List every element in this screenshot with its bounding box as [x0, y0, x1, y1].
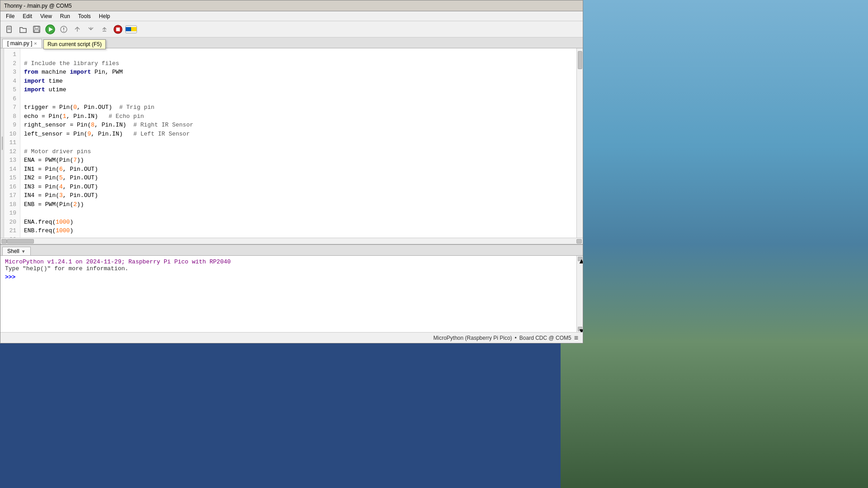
editor-tab[interactable]: [ main.py ] × — [2, 39, 42, 48]
shell-vscrollbar[interactable]: ▲ ▼ — [576, 256, 583, 332]
step-over-button[interactable] — [71, 23, 84, 36]
tab-label: [ main.py ] — [7, 40, 32, 47]
board-label: Board CDC @ COM5 — [519, 335, 571, 341]
window-title: Thonny - /main.py @ COM5 — [4, 3, 72, 9]
status-separator: • — [515, 335, 517, 341]
new-button[interactable] — [3, 23, 16, 36]
step-into-button[interactable] — [85, 23, 97, 36]
resize-handle[interactable] — [0, 48, 4, 238]
shell-scroll-up[interactable]: ▲ — [578, 257, 582, 261]
editor-hscrollbar[interactable] — [0, 238, 583, 244]
line-numbers: 12345 678910 1112131415 1617181920 21222… — [4, 48, 20, 238]
shell-area: Shell ▼ MicroPython v1.24.1 on 2024-11-2… — [0, 244, 583, 332]
shell-prompt-line[interactable]: >>> — [5, 274, 572, 281]
vscrollbar-thumb[interactable] — [578, 51, 582, 69]
editor-vscrollbar[interactable] — [576, 48, 583, 238]
run-tooltip: Run current script (F5) — [43, 39, 106, 49]
svg-rect-5 — [34, 30, 39, 32]
menu-help[interactable]: Help — [95, 12, 114, 20]
menu-tools[interactable]: Tools — [75, 12, 94, 20]
open-button[interactable] — [17, 23, 29, 36]
shell-tab-label: Shell — [7, 248, 19, 254]
menu-view[interactable]: View — [37, 12, 56, 20]
menu-edit[interactable]: Edit — [19, 12, 36, 20]
interpreter-label: MicroPython (Raspberry Pi Pico) — [434, 335, 512, 341]
editor-content: 12345 678910 1112131415 1617181920 21222… — [0, 48, 583, 244]
status-bar: MicroPython (Raspberry Pi Pico) • Board … — [0, 332, 583, 343]
settings-icon[interactable]: ≡ — [574, 334, 578, 342]
hscrollbar-left[interactable] — [1, 239, 7, 244]
debug-button[interactable] — [57, 23, 70, 36]
ide-window: Thonny - /main.py @ COM5 File Edit View … — [0, 0, 583, 343]
title-bar: Thonny - /main.py @ COM5 — [0, 0, 583, 11]
menu-bar: File Edit View Run Tools Help — [0, 11, 583, 21]
stop-button[interactable] — [112, 23, 124, 36]
svg-point-10 — [63, 31, 64, 32]
shell-scroll-down[interactable]: ▼ — [578, 327, 582, 331]
shell-prompt: >>> — [5, 274, 15, 281]
shell-tab-bar: Shell ▼ — [0, 245, 583, 256]
shell-tab-dropdown[interactable]: ▼ — [21, 249, 26, 254]
svg-rect-16 — [116, 28, 120, 31]
tab-close[interactable]: × — [34, 41, 37, 46]
micropython-version: MicroPython v1.24.1 on 2024-11-29; Raspb… — [5, 258, 572, 265]
hscrollbar-thumb[interactable] — [7, 239, 34, 244]
code-editor[interactable]: # Include the library files from machine… — [20, 48, 576, 238]
run-button[interactable] — [44, 23, 57, 36]
hscrollbar-right[interactable] — [576, 239, 582, 244]
shell-content[interactable]: MicroPython v1.24.1 on 2024-11-29; Raspb… — [0, 256, 576, 332]
menu-file[interactable]: File — [2, 12, 18, 20]
toolbar: Run current script (F5) — [0, 21, 583, 38]
shell-tab[interactable]: Shell ▼ — [2, 247, 31, 255]
flag-button[interactable] — [125, 25, 137, 33]
save-button[interactable] — [30, 23, 43, 36]
shell-help-hint: Type "help()" for more information. — [5, 265, 572, 272]
menu-run[interactable]: Run — [57, 12, 74, 20]
step-out-button[interactable] — [98, 23, 111, 36]
